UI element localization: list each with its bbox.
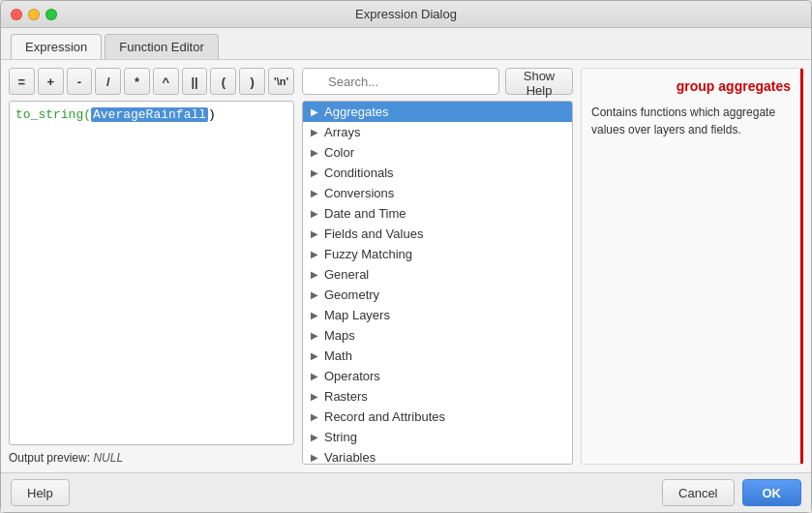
function-item-operators[interactable]: ▶Operators <box>303 366 572 386</box>
cancel-button[interactable]: Cancel <box>662 479 734 506</box>
tabs-row: Expression Function Editor <box>1 28 811 60</box>
chevron-icon: ▶ <box>311 371 318 381</box>
tab-function-editor[interactable]: Function Editor <box>105 34 218 59</box>
category-label: Math <box>324 348 352 363</box>
window-title: Expression Dialog <box>355 7 457 21</box>
function-item-record-and-attributes[interactable]: ▶Record and Attributes <box>303 407 572 427</box>
expression-dialog: Expression Dialog Expression Function Ed… <box>0 0 812 513</box>
close-button[interactable] <box>11 9 22 20</box>
function-item-conversions[interactable]: ▶Conversions <box>303 183 572 203</box>
chevron-icon: ▶ <box>311 330 318 341</box>
category-label: Aggregates <box>324 105 389 119</box>
search-input[interactable] <box>302 68 499 95</box>
function-item-fields-and-values[interactable]: ▶Fields and Values <box>303 224 572 244</box>
chevron-icon: ▶ <box>311 432 318 442</box>
function-item-variables[interactable]: ▶Variables <box>303 447 572 465</box>
title-bar: Expression Dialog <box>1 1 811 28</box>
multiply-button[interactable]: * <box>124 68 150 95</box>
dialog-buttons: Cancel OK <box>662 479 801 506</box>
function-item-arrays[interactable]: ▶Arrays <box>303 122 572 142</box>
traffic-lights <box>11 9 57 20</box>
expression-function: to_string( <box>15 107 91 122</box>
search-row: 🔍 Show Help <box>302 68 573 95</box>
chevron-icon: ▶ <box>311 411 318 422</box>
category-label: Map Layers <box>324 308 390 322</box>
newline-button[interactable]: '\n' <box>268 68 294 95</box>
chevron-icon: ▶ <box>311 269 318 280</box>
category-label: Operators <box>324 369 380 383</box>
chevron-icon: ▶ <box>311 228 318 239</box>
plus-button[interactable]: + <box>38 68 64 95</box>
left-panel: = + - / * ^ || ( ) '\n' to_string(Averag… <box>9 68 294 465</box>
expression-suffix: ) <box>208 107 216 122</box>
chevron-icon: ▶ <box>311 310 318 320</box>
category-label: Date and Time <box>324 206 406 221</box>
chevron-icon: ▶ <box>311 452 318 463</box>
category-label: String <box>324 430 357 444</box>
output-label: Output preview: <box>9 451 90 465</box>
search-wrapper: 🔍 <box>302 68 499 95</box>
show-help-button[interactable]: Show Help <box>505 68 573 95</box>
chevron-icon: ▶ <box>311 249 318 259</box>
expression-selected-text: AverageRainfall <box>91 107 208 122</box>
chevron-icon: ▶ <box>311 350 318 361</box>
ok-button[interactable]: OK <box>742 479 802 506</box>
function-item-math[interactable]: ▶Math <box>303 346 572 366</box>
function-item-color[interactable]: ▶Color <box>303 142 572 163</box>
chevron-icon: ▶ <box>311 167 318 178</box>
minimize-button[interactable] <box>28 9 40 20</box>
chevron-icon: ▶ <box>311 127 318 137</box>
chevron-icon: ▶ <box>311 289 318 300</box>
function-item-string[interactable]: ▶String <box>303 427 572 447</box>
category-label: Record and Attributes <box>324 409 445 424</box>
chevron-icon: ▶ <box>311 106 318 117</box>
function-item-geometry[interactable]: ▶Geometry <box>303 285 572 305</box>
help-title: group aggregates <box>591 78 791 94</box>
function-item-rasters[interactable]: ▶Rasters <box>303 386 572 407</box>
open-paren-button[interactable]: ( <box>210 68 236 95</box>
equals-button[interactable]: = <box>9 68 35 95</box>
category-label: Arrays <box>324 125 361 139</box>
function-item-general[interactable]: ▶General <box>303 264 572 285</box>
bottom-bar: Help Cancel OK <box>1 472 811 512</box>
function-item-aggregates[interactable]: ▶Aggregates <box>303 102 572 122</box>
tab-expression[interactable]: Expression <box>11 34 102 59</box>
category-label: Rasters <box>324 389 368 404</box>
function-item-maps[interactable]: ▶Maps <box>303 325 572 346</box>
category-label: Variables <box>324 450 376 465</box>
main-content: = + - / * ^ || ( ) '\n' to_string(Averag… <box>1 60 811 472</box>
help-panel: group aggregates Contains functions whic… <box>581 68 803 465</box>
output-value: NULL <box>93 451 123 465</box>
function-item-map-layers[interactable]: ▶Map Layers <box>303 305 572 325</box>
category-label: General <box>324 267 369 282</box>
chevron-icon: ▶ <box>311 188 318 198</box>
function-item-date-and-time[interactable]: ▶Date and Time <box>303 203 572 224</box>
close-paren-button[interactable]: ) <box>239 68 265 95</box>
category-label: Fields and Values <box>324 226 423 241</box>
minus-button[interactable]: - <box>67 68 93 95</box>
expression-toolbar: = + - / * ^ || ( ) '\n' <box>9 68 294 95</box>
category-label: Maps <box>324 328 355 343</box>
maximize-button[interactable] <box>45 9 57 20</box>
chevron-icon: ▶ <box>311 208 318 219</box>
function-list[interactable]: ▶Aggregates▶Arrays▶Color▶Conditionals▶Co… <box>302 101 573 465</box>
function-item-conditionals[interactable]: ▶Conditionals <box>303 163 572 183</box>
category-label: Fuzzy Matching <box>324 247 412 261</box>
expression-area[interactable]: to_string(AverageRainfall) <box>9 101 294 445</box>
divide-button[interactable]: / <box>95 68 121 95</box>
category-label: Conversions <box>324 186 394 200</box>
chevron-icon: ▶ <box>311 147 318 158</box>
pipes-button[interactable]: || <box>182 68 208 95</box>
category-label: Conditionals <box>324 166 394 180</box>
caret-button[interactable]: ^ <box>153 68 179 95</box>
output-preview: Output preview: NULL <box>9 451 294 465</box>
function-item-fuzzy-matching[interactable]: ▶Fuzzy Matching <box>303 244 572 264</box>
chevron-icon: ▶ <box>311 391 318 402</box>
category-label: Geometry <box>324 287 379 302</box>
help-button[interactable]: Help <box>11 479 70 506</box>
middle-panel: 🔍 Show Help ▶Aggregates▶Arrays▶Color▶Con… <box>302 68 573 465</box>
category-label: Color <box>324 145 354 160</box>
help-description: Contains functions which aggregate value… <box>591 104 791 138</box>
